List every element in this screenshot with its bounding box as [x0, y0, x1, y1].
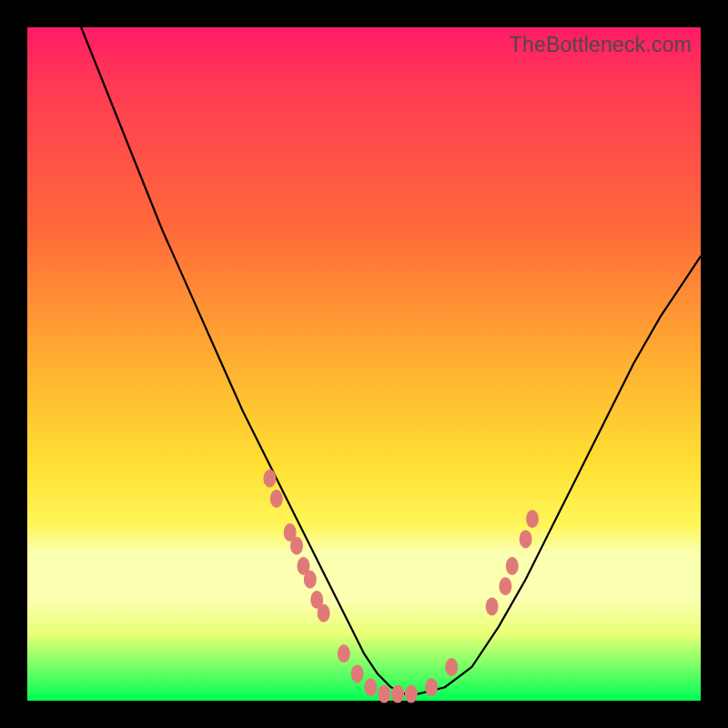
highlight-dot — [499, 577, 511, 595]
highlight-dot — [405, 685, 418, 703]
highlight-dot — [338, 644, 350, 662]
highlight-dot — [506, 557, 519, 575]
highlight-dot — [391, 685, 404, 703]
highlight-dot — [378, 685, 390, 703]
highlight-dot — [351, 664, 364, 682]
highlight-dots-group — [263, 470, 539, 703]
highlight-dot — [364, 678, 377, 696]
highlight-dot — [520, 530, 532, 548]
highlight-dot — [290, 537, 303, 555]
highlight-dot — [270, 490, 283, 508]
bottleneck-curve — [81, 27, 701, 694]
highlight-dot — [425, 678, 438, 696]
highlight-dot — [445, 658, 458, 676]
curve-svg — [27, 27, 701, 701]
highlight-dot — [526, 510, 539, 528]
highlight-dot — [263, 470, 276, 488]
highlight-dot — [304, 571, 317, 589]
highlight-dot — [318, 604, 330, 622]
plot-area: TheBottleneck.com — [27, 27, 701, 701]
highlight-dot — [486, 597, 499, 615]
chart-frame: TheBottleneck.com — [0, 0, 728, 728]
